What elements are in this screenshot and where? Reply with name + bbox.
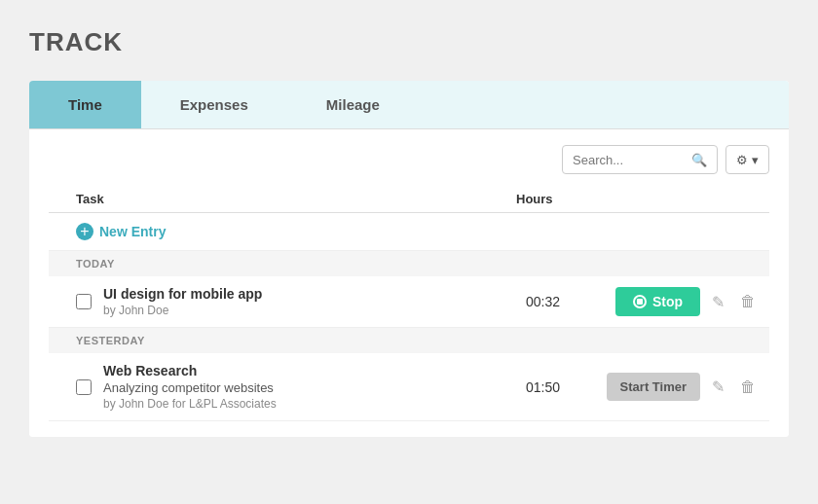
content-area: 🔍 ⚙ ▾ Task Hours + New Entry — [29, 129, 789, 437]
search-box: 🔍 — [562, 145, 718, 174]
new-entry-label: New Entry — [99, 224, 166, 239]
entry-actions: Start Timer ✎ 🗑 — [604, 373, 760, 401]
start-timer-button[interactable]: Start Timer — [607, 373, 700, 401]
stop-icon-inner — [637, 299, 643, 305]
entry-subtitle: by John Doe — [103, 304, 526, 317]
entry-checkbox[interactable] — [76, 379, 92, 395]
entry-actions: Stop ✎ 🗑 — [604, 287, 760, 316]
chevron-down-icon: ▾ — [752, 153, 759, 167]
new-entry-row: + New Entry — [49, 213, 769, 251]
search-input[interactable] — [573, 153, 686, 167]
section-header-today: TODAY — [49, 251, 769, 276]
entry-description: Analyzing competitor websites — [103, 380, 526, 395]
tab-time[interactable]: Time — [29, 81, 141, 128]
stop-button[interactable]: Stop — [615, 287, 700, 316]
table-row: Web Research Analyzing competitor websit… — [49, 353, 769, 421]
plus-circle-icon: + — [76, 223, 93, 240]
entry-info: Web Research Analyzing competitor websit… — [103, 363, 526, 411]
main-content: Time Expenses Mileage 🔍 ⚙ ▾ Task Hour — [29, 81, 789, 437]
tab-expenses[interactable]: Expenses — [141, 81, 287, 128]
new-entry-button[interactable]: + New Entry — [76, 223, 166, 240]
col-actions-header — [614, 192, 769, 206]
edit-button[interactable]: ✎ — [708, 374, 728, 400]
col-hours-header: Hours — [516, 192, 614, 206]
page-wrapper: TRACK Time Expenses Mileage 🔍 ⚙ ▾ — [0, 0, 818, 437]
table-header: Task Hours — [49, 186, 769, 213]
page-title: TRACK — [29, 27, 789, 57]
table-row: UI design for mobile app by John Doe 00:… — [49, 276, 769, 328]
entry-title: Web Research — [103, 363, 526, 378]
search-icon: 🔍 — [691, 153, 707, 167]
entry-subtitle: by John Doe for L&PL Associates — [103, 397, 526, 411]
tabs-bar: Time Expenses Mileage — [29, 81, 789, 129]
gear-icon: ⚙ — [736, 153, 748, 167]
tab-spacer — [419, 81, 789, 128]
entry-hours: 01:50 — [526, 379, 604, 395]
entry-info: UI design for mobile app by John Doe — [103, 286, 526, 317]
edit-button[interactable]: ✎ — [708, 289, 728, 315]
tab-mileage[interactable]: Mileage — [287, 81, 419, 128]
delete-button[interactable]: 🗑 — [736, 375, 760, 400]
stop-label: Stop — [652, 294, 683, 309]
toolbar: 🔍 ⚙ ▾ — [49, 145, 769, 174]
col-task-header: Task — [76, 192, 516, 206]
entry-title: UI design for mobile app — [103, 286, 526, 302]
section-header-yesterday: YESTERDAY — [49, 328, 769, 353]
stop-icon — [633, 295, 647, 308]
delete-button[interactable]: 🗑 — [736, 289, 760, 314]
entry-checkbox[interactable] — [76, 294, 92, 309]
settings-button[interactable]: ⚙ ▾ — [725, 145, 769, 174]
entry-hours: 00:32 — [526, 294, 604, 309]
